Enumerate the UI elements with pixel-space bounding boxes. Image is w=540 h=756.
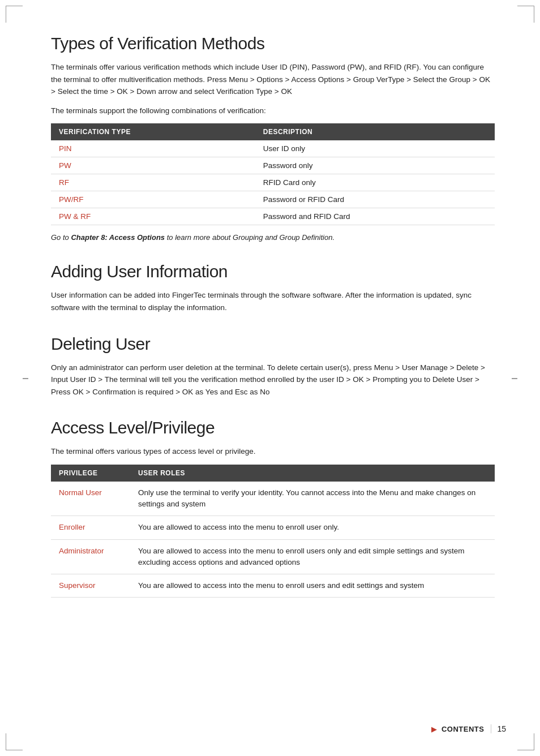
- verification-table-intro: The terminals support the following comb…: [51, 105, 495, 117]
- verification-desc: Password or RFID Card: [255, 191, 495, 208]
- corner-mark-bl: [6, 733, 23, 750]
- table-row: PW Password only: [51, 157, 495, 174]
- section-access: Access Level/Privilege The terminal offe…: [51, 418, 495, 598]
- table-row: PIN User ID only: [51, 140, 495, 157]
- verification-desc: RFID Card only: [255, 174, 495, 191]
- note-prefix: Go to: [51, 233, 71, 242]
- section-title-verification: Types of Verification Methods: [51, 34, 495, 53]
- table-row: Enroller You are allowed to access into …: [51, 516, 495, 539]
- privilege-desc: You are allowed to access into the menu …: [130, 539, 495, 574]
- contents-label: CONTENTS: [442, 725, 485, 733]
- privilege-name: Enroller: [51, 516, 130, 539]
- section-title-adding: Adding User Information: [51, 262, 495, 281]
- adding-body: User information can be added into Finge…: [51, 289, 495, 313]
- verification-desc: Password only: [255, 157, 495, 174]
- privilege-name: Administrator: [51, 539, 130, 574]
- verification-col-header-type: VERIFICATION TYPE: [51, 123, 255, 140]
- corner-mark-tl: [6, 6, 23, 23]
- verification-desc: User ID only: [255, 140, 495, 157]
- privilege-table: PRIVILEGE USER ROLES Normal User Only us…: [51, 465, 495, 598]
- access-intro: The terminal offers various types of acc…: [51, 445, 495, 458]
- verification-intro: The terminals offer various verification…: [51, 61, 495, 98]
- privilege-name: Supervisor: [51, 574, 130, 598]
- section-title-deleting: Deleting User: [51, 334, 495, 354]
- section-title-access: Access Level/Privilege: [51, 418, 495, 437]
- corner-mark-br: [517, 733, 534, 750]
- verification-type: PW: [51, 157, 255, 174]
- privilege-col-header: PRIVILEGE: [51, 465, 130, 482]
- bottom-nav: ▶ CONTENTS 15: [431, 724, 506, 733]
- privilege-name: Normal User: [51, 482, 130, 516]
- side-mark-right: [512, 378, 517, 379]
- verification-table-header-row: VERIFICATION TYPE DESCRIPTION: [51, 123, 495, 140]
- privilege-table-header-row: PRIVILEGE USER ROLES: [51, 465, 495, 482]
- note-suffix: to learn more about Grouping and Group D…: [165, 233, 335, 242]
- table-row: Supervisor You are allowed to access int…: [51, 574, 495, 598]
- section-deleting: Deleting User Only an administrator can …: [51, 334, 495, 398]
- verification-table: VERIFICATION TYPE DESCRIPTION PIN User I…: [51, 123, 495, 225]
- corner-mark-tr: [517, 6, 534, 23]
- page-number: 15: [491, 724, 506, 733]
- privilege-desc: You are allowed to access into the menu …: [130, 516, 495, 539]
- verification-type: PIN: [51, 140, 255, 157]
- deleting-body: Only an administrator can perform user d…: [51, 362, 495, 398]
- table-row: Normal User Only use the terminal to ver…: [51, 482, 495, 516]
- table-row: PW & RF Password and RFID Card: [51, 208, 495, 225]
- side-mark-left: [23, 378, 28, 379]
- privilege-desc: You are allowed to access into the menu …: [130, 574, 495, 598]
- table-row: PW/RF Password or RFID Card: [51, 191, 495, 208]
- page: Types of Verification Methods The termin…: [0, 0, 540, 756]
- section-adding: Adding User Information User information…: [51, 262, 495, 313]
- note-bold: Chapter 8: Access Options: [71, 233, 165, 242]
- verification-note: Go to Chapter 8: Access Options to learn…: [51, 233, 495, 242]
- table-row: RF RFID Card only: [51, 174, 495, 191]
- verification-type: RF: [51, 174, 255, 191]
- contents-arrow-icon: ▶: [431, 725, 437, 733]
- privilege-desc: Only use the terminal to verify your ide…: [130, 482, 495, 516]
- section-verification: Types of Verification Methods The termin…: [51, 34, 495, 242]
- verification-desc: Password and RFID Card: [255, 208, 495, 225]
- verification-col-header-desc: DESCRIPTION: [255, 123, 495, 140]
- verification-type: PW & RF: [51, 208, 255, 225]
- table-row: Administrator You are allowed to access …: [51, 539, 495, 574]
- verification-type: PW/RF: [51, 191, 255, 208]
- userroles-col-header: USER ROLES: [130, 465, 495, 482]
